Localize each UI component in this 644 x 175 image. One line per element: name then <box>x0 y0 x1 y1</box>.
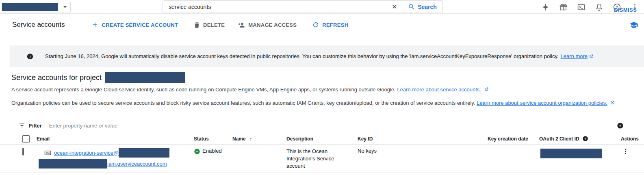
actions-cell <box>614 145 644 173</box>
delete-label: DELETE <box>203 22 225 28</box>
status-cell: Enabled <box>189 145 228 173</box>
plus-icon <box>91 21 99 28</box>
cloud-shell-icon[interactable] <box>577 3 585 11</box>
search-input-box: ✕ <box>163 0 402 13</box>
oauth-help-icon[interactable]: ? <box>582 136 588 142</box>
refresh-label: REFRESH <box>322 22 348 28</box>
intro-paragraph: A service account represents a Google Cl… <box>11 86 489 93</box>
svg-text:?: ? <box>584 137 586 140</box>
search-button-label: Search <box>418 4 437 10</box>
svg-text:?: ? <box>619 124 622 128</box>
learn-more-org-policies-link[interactable]: Learn more about service account organiz… <box>477 100 607 106</box>
filter-icon <box>18 122 26 129</box>
name-cell <box>228 145 282 173</box>
sort-ascending-icon: ↑ <box>249 136 252 142</box>
dismiss-button[interactable]: DISMISS <box>614 7 637 13</box>
select-all-checkbox[interactable] <box>22 135 30 143</box>
learn-more-service-accounts-link[interactable]: Learn more about service accounts. <box>397 86 481 93</box>
column-header-status: Status <box>189 136 228 142</box>
table-filter-bar: Filter ? <box>0 118 644 133</box>
section-heading-text: Service accounts for project <box>11 73 102 82</box>
column-header-actions: Actions <box>614 136 644 142</box>
key-creation-date-cell <box>479 145 534 173</box>
delete-button[interactable]: DELETE <box>193 22 225 28</box>
row-actions-menu-button[interactable] <box>622 148 629 156</box>
gift-icon[interactable] <box>559 3 568 11</box>
redacted-email-part <box>39 159 107 169</box>
notifications-bell-icon[interactable] <box>595 3 603 11</box>
service-account-domain-link[interactable]: iam.gserviceaccount.com <box>107 161 167 167</box>
learn-graduation-cap-icon[interactable] <box>629 21 638 30</box>
refresh-icon <box>312 21 319 28</box>
redacted-email-part <box>119 148 169 158</box>
column-header-key-id: Key ID <box>351 136 479 142</box>
banner-learn-more-link[interactable]: Learn more <box>561 53 588 59</box>
chevron-down-icon <box>63 6 67 8</box>
intro-text: A service account represents a Google Cl… <box>11 86 396 93</box>
row-checkbox[interactable] <box>22 148 24 156</box>
search-input[interactable] <box>163 4 387 10</box>
row-checkbox-cell <box>0 145 33 173</box>
create-service-account-label: CREATE SERVICE ACCOUNT <box>102 22 178 28</box>
redacted-oauth-client-id <box>540 149 602 158</box>
email-line-2: iam.gserviceaccount.com <box>33 159 189 169</box>
info-banner: Starting June 16, 2024, Google will auto… <box>10 45 644 67</box>
column-header-description: Description <box>282 136 351 142</box>
column-header-key-creation-date: Key creation date <box>479 136 534 142</box>
table-row: ocean-integration-service@ iam.gservicea… <box>0 145 644 173</box>
header-checkbox-cell <box>0 135 33 143</box>
email-line-1: ocean-integration-service@ <box>33 148 189 158</box>
service-account-email-link[interactable]: ocean-integration-service@ <box>54 150 119 156</box>
refresh-button[interactable]: REFRESH <box>312 21 348 28</box>
external-link-icon <box>610 100 615 105</box>
org-policy-text: Organization policies can be used to sec… <box>11 100 475 106</box>
banner-message: Starting June 16, 2024, Google will auto… <box>45 53 559 59</box>
oauth2-client-id-cell <box>534 145 614 173</box>
section-heading: Service accounts for project <box>11 72 185 83</box>
email-cell: ocean-integration-service@ iam.gservicea… <box>33 145 189 173</box>
create-service-account-button[interactable]: CREATE SERVICE ACCOUNT <box>91 21 178 28</box>
external-link-icon <box>589 54 594 59</box>
info-icon <box>26 53 34 60</box>
more-vertical-icon <box>622 148 629 155</box>
org-policy-paragraph: Organization policies can be used to sec… <box>11 100 615 106</box>
page-title: Service accounts <box>12 21 65 29</box>
search-button[interactable]: Search <box>402 0 443 13</box>
service-account-key-icon <box>44 149 52 157</box>
external-link-icon <box>484 87 489 92</box>
clear-search-icon[interactable]: ✕ <box>387 0 402 13</box>
search-bar: ✕ Search <box>163 0 443 13</box>
redacted-project-name <box>2 3 58 11</box>
description-cell: This is the Ocean Integration's Service … <box>282 145 343 173</box>
redacted-project-id <box>105 72 185 83</box>
key-id-cell: No keys <box>351 145 479 173</box>
column-header-name[interactable]: Name ↑ <box>228 136 282 142</box>
filter-label: Filter <box>29 123 42 129</box>
column-header-email: Email <box>33 136 189 142</box>
status-text: Enabled <box>202 148 222 154</box>
divider <box>639 121 639 130</box>
column-header-oauth2-client-id: OAuth 2 Client ID ? <box>534 136 614 142</box>
gemini-sparkle-icon[interactable] <box>541 3 550 11</box>
enabled-check-icon <box>194 148 200 155</box>
filter-input[interactable] <box>48 122 536 129</box>
top-bar: ✕ Search ? <box>0 0 644 14</box>
page-toolbar: Service accounts CREATE SERVICE ACCOUNT … <box>0 14 644 36</box>
person-add-icon <box>238 21 245 29</box>
manage-access-label: MANAGE ACCESS <box>248 22 297 28</box>
filter-help-icon[interactable]: ? <box>617 122 624 129</box>
project-selector[interactable] <box>0 1 71 13</box>
search-icon <box>408 3 415 11</box>
trash-icon <box>193 22 200 28</box>
table-header-row: Email Status Name ↑ Description Key ID K… <box>0 133 644 145</box>
manage-access-button[interactable]: MANAGE ACCESS <box>238 21 297 29</box>
